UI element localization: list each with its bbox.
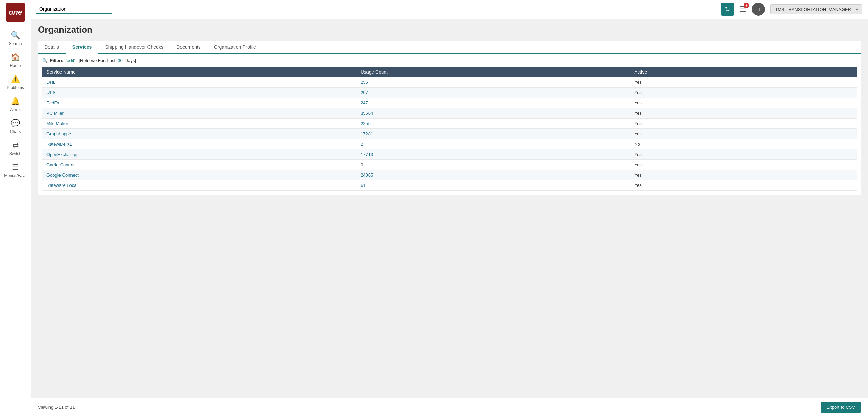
sidebar-item-home[interactable]: 🏠 Home [0, 49, 31, 71]
cell-active: Yes [630, 149, 793, 160]
service-name-link[interactable]: OpenExchange [46, 152, 77, 157]
tab-services[interactable]: Services [66, 41, 99, 54]
table-row: Rateware Local61Yes [42, 180, 857, 191]
cell-active: Yes [630, 88, 793, 98]
tab-details[interactable]: Details [38, 41, 66, 53]
main-area: ↻ ☰ ★ TT TMS.TRANSPORTATION_MANAGER Orga… [31, 0, 868, 416]
usage-count-link[interactable]: 2255 [361, 121, 371, 126]
usage-count-link[interactable]: 17281 [361, 131, 373, 136]
usage-count-link[interactable]: 61 [361, 183, 365, 188]
cell-empty [793, 88, 857, 98]
sidebar-item-label: Chats [10, 129, 21, 134]
usage-count-link[interactable]: 17713 [361, 152, 373, 157]
footer: Viewing 1-11 of 11 Export to CSV [31, 398, 868, 416]
refresh-button[interactable]: ↻ [721, 3, 734, 16]
badge-value: ★ [745, 4, 748, 8]
table-row: UPS207Yes [42, 88, 857, 98]
table-row: Mile Maker2255Yes [42, 119, 857, 129]
cell-empty [793, 170, 857, 180]
cell-usage-count: 207 [356, 88, 630, 98]
app-logo[interactable]: one [6, 3, 25, 22]
sidebar-item-problems[interactable]: ⚠️ Problems [0, 71, 31, 93]
sidebar: one 🔍 Search 🏠 Home ⚠️ Problems 🔔 Alerts… [0, 0, 31, 416]
filters-label: Filters [50, 58, 63, 63]
sidebar-item-label: Alerts [10, 107, 21, 112]
sidebar-item-switch[interactable]: ⇄ Switch [0, 137, 31, 159]
service-name-link[interactable]: Google Connect [46, 172, 79, 178]
user-role-label: TMS.TRANSPORTATION_MANAGER [775, 7, 851, 12]
usage-count-link[interactable]: 247 [361, 100, 368, 105]
cell-empty [793, 149, 857, 160]
cell-active: Yes [630, 170, 793, 180]
usage-count-link[interactable]: 2 [361, 142, 363, 147]
user-role-dropdown[interactable]: TMS.TRANSPORTATION_MANAGER [770, 4, 862, 14]
cell-service-name: PC Miler [42, 108, 356, 119]
cell-empty [793, 98, 857, 108]
cell-empty [793, 129, 857, 139]
usage-count-link[interactable]: 35564 [361, 111, 373, 116]
tab-documents[interactable]: Documents [170, 41, 207, 53]
search-input[interactable] [36, 5, 112, 14]
cell-service-name: DHL [42, 77, 356, 88]
service-name-link[interactable]: Rateware Local [46, 183, 77, 188]
table-row: Rateware XL2No [42, 139, 857, 149]
col-header-empty [793, 67, 857, 77]
usage-count-link[interactable]: 24065 [361, 172, 373, 178]
notifications-button[interactable]: ☰ ★ [739, 5, 746, 14]
table-row: CarrierConnect0Yes [42, 160, 857, 170]
sidebar-item-menus[interactable]: ☰ Menus/Favs [0, 159, 31, 181]
cell-usage-count: 256 [356, 77, 630, 88]
tab-shipping-handover[interactable]: Shipping Handover Checks [98, 41, 170, 53]
cell-usage-count: 0 [356, 160, 630, 170]
cell-service-name: Google Connect [42, 170, 356, 180]
table-row: Graphhopper17281Yes [42, 129, 857, 139]
table-row: Google Connect24065Yes [42, 170, 857, 180]
cell-empty [793, 160, 857, 170]
service-name-link[interactable]: FedEx [46, 100, 59, 105]
avatar-initials: TT [756, 7, 761, 12]
avatar: TT [752, 3, 765, 16]
service-name-link[interactable]: PC Miler [46, 111, 64, 116]
home-icon: 🏠 [11, 53, 20, 62]
cell-empty [793, 180, 857, 191]
service-name-link[interactable]: Mile Maker [46, 121, 68, 126]
tabs-bar: Details Services Shipping Handover Check… [38, 41, 861, 54]
cell-usage-count: 2 [356, 139, 630, 149]
service-name-link[interactable]: CarrierConnect [46, 162, 77, 167]
cell-active: Yes [630, 108, 793, 119]
service-name-link[interactable]: Graphhopper [46, 131, 73, 136]
cell-service-name: OpenExchange [42, 149, 356, 160]
topbar: ↻ ☰ ★ TT TMS.TRANSPORTATION_MANAGER [31, 0, 868, 19]
table-row: FedEx247Yes [42, 98, 857, 108]
cell-active: Yes [630, 160, 793, 170]
export-csv-button[interactable]: Export to CSV [821, 402, 861, 413]
cell-empty [793, 139, 857, 149]
tab-org-profile[interactable]: Organization Profile [207, 41, 263, 53]
cell-service-name: FedEx [42, 98, 356, 108]
cell-active: Yes [630, 119, 793, 129]
cell-service-name: Mile Maker [42, 119, 356, 129]
service-name-link[interactable]: Rateware XL [46, 142, 72, 147]
sidebar-item-chats[interactable]: 💬 Chats [0, 115, 31, 137]
table-row: OpenExchange17713Yes [42, 149, 857, 160]
cell-usage-count: 247 [356, 98, 630, 108]
table-row: DHL256Yes [42, 77, 857, 88]
usage-count-link[interactable]: 256 [361, 80, 368, 85]
filters-edit-link[interactable]: (edit): [65, 58, 77, 63]
cell-service-name: Rateware Local [42, 180, 356, 191]
days-value-link[interactable]: 30 [118, 58, 122, 63]
chat-icon: 💬 [11, 119, 20, 128]
sidebar-item-search[interactable]: 🔍 Search [0, 27, 31, 49]
cell-empty [793, 108, 857, 119]
usage-count-link[interactable]: 207 [361, 90, 368, 95]
refresh-icon: ↻ [725, 5, 730, 13]
service-name-link[interactable]: DHL [46, 80, 55, 85]
cell-service-name: Graphhopper [42, 129, 356, 139]
cell-active: Yes [630, 129, 793, 139]
page-title: Organization [38, 24, 861, 35]
service-name-link[interactable]: UPS [46, 90, 56, 95]
days-suffix: Days] [125, 58, 136, 63]
col-header-service-name: Service Name [42, 67, 356, 77]
sidebar-item-label: Home [10, 63, 21, 68]
sidebar-item-alerts[interactable]: 🔔 Alerts [0, 93, 31, 115]
